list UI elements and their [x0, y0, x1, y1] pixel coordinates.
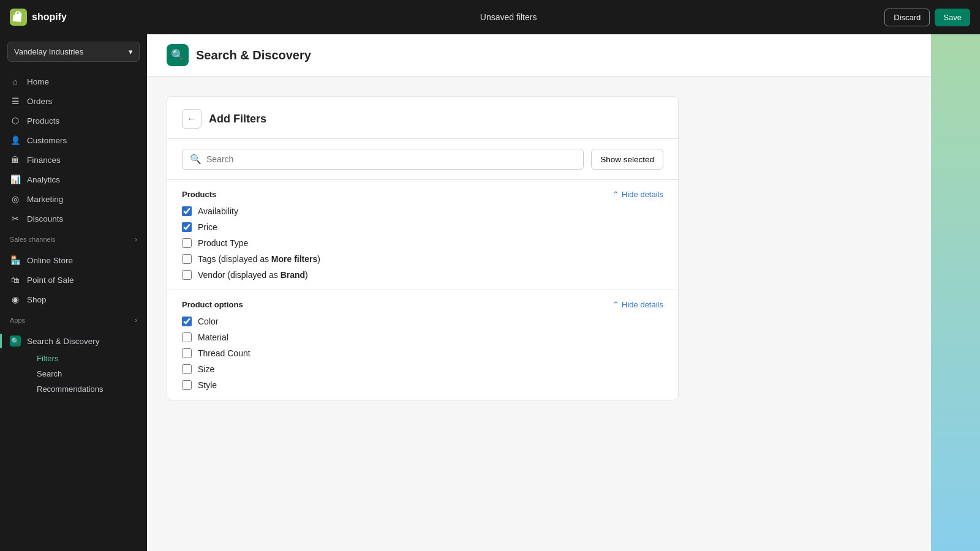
online-store-icon: 🏪 [10, 255, 21, 266]
apps-chevron-icon: › [135, 316, 137, 324]
sidebar-item-finances[interactable]: 🏛 Finances [0, 150, 147, 170]
sidebar-item-shop[interactable]: ◉ Shop [0, 290, 147, 309]
page-title: Search & Discovery [196, 48, 311, 62]
home-icon: ⌂ [10, 76, 21, 87]
main-content: 🔍 Search & Discovery ← Add Filters 🔍 Sho… [147, 34, 931, 551]
orders-icon: ☰ [10, 96, 21, 107]
sales-channels-chevron-icon: › [135, 235, 137, 244]
product-type-label[interactable]: Product Type [198, 238, 248, 248]
filter-item-availability: Availability [182, 206, 663, 216]
sidebar-item-discounts[interactable]: ✂ Discounts [0, 209, 147, 228]
chevron-down-icon: ▾ [129, 47, 133, 56]
products-filter-section: Products ⌃ Hide details Availability [167, 180, 678, 290]
filter-item-size: Size [182, 364, 663, 374]
price-label[interactable]: Price [198, 222, 217, 232]
apps-nav: 🔍 Search & Discovery Filters Search Reco… [0, 329, 147, 399]
page-title-topbar: Unsaved filters [132, 12, 884, 22]
pos-icon: 🛍 [10, 274, 21, 285]
add-filters-title: Add Filters [209, 113, 266, 126]
sidebar-item-customers[interactable]: 👤 Customers [0, 130, 147, 150]
shop-icon: ◉ [10, 294, 21, 305]
material-label[interactable]: Material [198, 332, 228, 342]
availability-checkbox[interactable] [182, 206, 192, 216]
logo: shopify [10, 9, 132, 26]
discard-button[interactable]: Discard [884, 9, 930, 26]
product-options-section-name: Product options [182, 300, 243, 309]
page-header: 🔍 Search & Discovery [147, 34, 931, 77]
filter-item-material: Material [182, 332, 663, 342]
sidebar-sub-item-filters[interactable]: Filters [27, 351, 147, 366]
main-nav: ⌂ Home ☰ Orders ⬡ Products 👤 Customers 🏛… [0, 69, 147, 231]
search-row: 🔍 Show selected [167, 139, 678, 180]
sidebar-sub-item-recommendations[interactable]: Recommendations [27, 381, 147, 397]
finances-icon: 🏛 [10, 154, 21, 165]
tags-label[interactable]: Tags (displayed as More filters) [198, 254, 320, 264]
apps-header: Apps › [0, 312, 147, 329]
filter-item-color: Color [182, 317, 663, 326]
size-label[interactable]: Size [198, 364, 214, 374]
style-checkbox[interactable] [182, 380, 192, 390]
topbar-actions: Discard Save [884, 9, 970, 26]
sidebar-item-orders[interactable]: ☰ Orders [0, 91, 147, 111]
search-icon: 🔍 [190, 154, 202, 165]
products-filter-items: Availability Price Product Type Tag [167, 206, 678, 290]
chevron-up-icon: ⌃ [612, 190, 619, 199]
filter-search-input[interactable] [206, 149, 576, 169]
sales-channels-header: Sales channels › [0, 231, 147, 248]
app-layout: Vandelay Industries ▾ ⌂ Home ☰ Orders ⬡ … [0, 34, 980, 551]
analytics-icon: 📊 [10, 174, 21, 185]
sidebar-item-analytics[interactable]: 📊 Analytics [0, 170, 147, 189]
thread-count-label[interactable]: Thread Count [198, 348, 251, 358]
sidebar-item-products[interactable]: ⬡ Products [0, 111, 147, 130]
sidebar-item-pos[interactable]: 🛍 Point of Sale [0, 270, 147, 290]
vendor-label[interactable]: Vendor (displayed as Brand) [198, 270, 308, 280]
color-checkbox[interactable] [182, 317, 192, 326]
filter-item-style: Style [182, 380, 663, 390]
product-options-hide-details-button[interactable]: ⌃ Hide details [612, 300, 663, 309]
availability-label[interactable]: Availability [198, 206, 238, 216]
marketing-icon: ◎ [10, 193, 21, 204]
color-label[interactable]: Color [198, 317, 218, 326]
customers-icon: 👤 [10, 135, 21, 146]
shopify-logo-icon [10, 9, 27, 26]
sales-channels-nav: 🏪 Online Store 🛍 Point of Sale ◉ Shop [0, 248, 147, 312]
store-selector[interactable]: Vandelay Industries ▾ [7, 42, 140, 62]
price-checkbox[interactable] [182, 222, 192, 232]
style-label[interactable]: Style [198, 380, 217, 390]
product-options-section-header: Product options ⌃ Hide details [167, 290, 678, 317]
sidebar-item-search-discovery[interactable]: 🔍 Search & Discovery [0, 331, 147, 351]
thread-count-checkbox[interactable] [182, 348, 192, 358]
products-icon: ⬡ [10, 115, 21, 126]
page-icon: 🔍 [167, 44, 189, 66]
product-type-checkbox[interactable] [182, 238, 192, 248]
products-section-header: Products ⌃ Hide details [167, 180, 678, 206]
discounts-icon: ✂ [10, 213, 21, 224]
show-selected-button[interactable]: Show selected [591, 149, 663, 170]
filter-item-vendor: Vendor (displayed as Brand) [182, 270, 663, 280]
sidebar-item-marketing[interactable]: ◎ Marketing [0, 189, 147, 209]
products-hide-details-button[interactable]: ⌃ Hide details [612, 190, 663, 199]
tags-checkbox[interactable] [182, 254, 192, 264]
decorative-gradient [931, 34, 980, 551]
search-discovery-subnav: Filters Search Recommendations [0, 351, 147, 397]
filter-item-price: Price [182, 222, 663, 232]
size-checkbox[interactable] [182, 364, 192, 374]
vendor-checkbox[interactable] [182, 270, 192, 280]
product-options-filter-section: Product options ⌃ Hide details Color [167, 290, 678, 400]
sidebar-sub-item-search[interactable]: Search [27, 366, 147, 381]
add-filters-card: ← Add Filters 🔍 Show selected Products [167, 96, 679, 400]
filter-item-product-type: Product Type [182, 238, 663, 248]
search-discovery-icon: 🔍 [10, 335, 21, 347]
save-button[interactable]: Save [935, 9, 970, 26]
add-filters-header: ← Add Filters [167, 97, 678, 139]
search-input-wrap: 🔍 [182, 149, 584, 170]
products-section-name: Products [182, 190, 216, 199]
sidebar: Vandelay Industries ▾ ⌂ Home ☰ Orders ⬡ … [0, 34, 147, 551]
filter-item-tags: Tags (displayed as More filters) [182, 254, 663, 264]
material-checkbox[interactable] [182, 332, 192, 342]
filter-item-thread-count: Thread Count [182, 348, 663, 358]
chevron-up-icon-2: ⌃ [612, 300, 619, 309]
back-button[interactable]: ← [182, 109, 202, 129]
sidebar-item-online-store[interactable]: 🏪 Online Store [0, 250, 147, 270]
sidebar-item-home[interactable]: ⌂ Home [0, 72, 147, 91]
